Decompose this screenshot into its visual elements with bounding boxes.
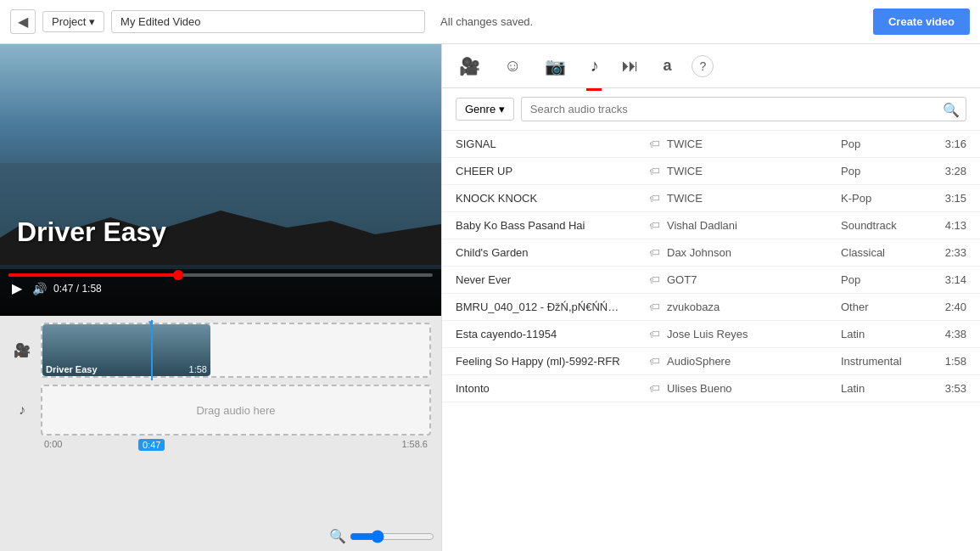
video-preview: Driver Easy ▶ 🔊 0:47 / 1:5 xyxy=(0,44,441,316)
audio-track-area[interactable]: Drag audio here xyxy=(41,385,431,436)
track-favorite-icon[interactable]: 🏷 xyxy=(649,192,660,205)
track-name: Child's Garden xyxy=(456,246,642,259)
track-genre: Classical xyxy=(841,246,926,259)
track-name: Intonto xyxy=(456,382,642,395)
audio-track-row: ♪ Drag audio here xyxy=(10,385,431,436)
clip-duration: 1:58 xyxy=(189,364,207,374)
track-artist: AudioSphere xyxy=(667,355,834,368)
track-list: SIGNAL🏷TWICEPop3:16CHEER UP🏷TWICEPop3:28… xyxy=(442,131,980,551)
track-row[interactable]: Child's Garden🏷Dax JohnsonClassical2:33 xyxy=(442,239,980,267)
toolbar-camera-icon[interactable]: 📷 xyxy=(541,53,569,80)
track-genre: Instrumental xyxy=(841,355,926,368)
track-name: KNOCK KNOCK xyxy=(456,192,642,205)
time-current: 0:47 xyxy=(53,283,73,295)
track-genre: Latin xyxy=(841,382,926,395)
track-genre: Pop xyxy=(841,138,926,150)
zoom-slider[interactable] xyxy=(350,530,434,543)
track-artist: Dax Johnson xyxy=(667,246,834,259)
video-track-row: 🎥 Driver Easy 1:58 xyxy=(10,323,431,378)
track-row[interactable]: Esta cayendo-11954🏷Jose Luis ReyesLatin4… xyxy=(442,321,980,348)
track-row[interactable]: Intonto🏷Ulises BuenoLatin3:53 xyxy=(442,375,980,402)
toolbar-emoji-icon[interactable]: ☺ xyxy=(501,53,524,79)
timeline-ruler: 0:00 0:47 1:58.6 xyxy=(41,439,431,449)
track-name: Feeling So Happy (ml)-5992-RFR xyxy=(456,355,642,368)
play-button[interactable]: ▶ xyxy=(8,280,25,296)
track-name: Baby Ko Bass Pasand Hai xyxy=(456,219,642,232)
video-clip[interactable]: Driver Easy 1:58 xyxy=(42,324,210,376)
track-artist: Jose Luis Reyes xyxy=(667,328,834,340)
track-duration: 3:28 xyxy=(932,165,966,177)
track-favorite-icon[interactable]: 🏷 xyxy=(649,246,660,259)
video-title-overlay: Driver Easy xyxy=(17,216,166,248)
track-favorite-icon[interactable]: 🏷 xyxy=(649,301,660,313)
track-favorite-icon[interactable]: 🏷 xyxy=(649,355,660,368)
track-row[interactable]: Feeling So Happy (ml)-5992-RFR🏷AudioSphe… xyxy=(442,348,980,375)
track-artist: TWICE xyxy=(667,138,834,150)
toolbar-skip-icon[interactable]: ⏭ xyxy=(619,53,642,79)
toolbar-video-icon[interactable]: 🎥 xyxy=(456,53,484,80)
toolbar-help-icon[interactable]: ? xyxy=(692,55,714,77)
timeline: 🎥 Driver Easy 1:58 ♪ Drag audio here xyxy=(0,316,441,551)
track-genre: Pop xyxy=(841,165,926,177)
track-name: Never Ever xyxy=(456,273,642,286)
track-genre: K-Pop xyxy=(841,192,926,205)
track-favorite-icon[interactable]: 🏷 xyxy=(649,273,660,286)
search-icon-button[interactable]: 🔍 xyxy=(943,101,960,117)
progress-fill xyxy=(8,273,178,277)
ruler-start: 0:00 xyxy=(44,439,62,449)
zoom-control: 🔍 xyxy=(329,528,434,544)
video-track-area[interactable]: Driver Easy 1:58 xyxy=(41,323,431,378)
video-controls: ▶ 🔊 0:47 / 1:58 xyxy=(0,269,441,316)
track-name: SIGNAL xyxy=(456,138,642,150)
track-row[interactable]: BMRU_040_012 - ĐžŃ,рŃ€ŃŃ…🏷zvukobazaOther… xyxy=(442,294,980,321)
track-favorite-icon[interactable]: 🏷 xyxy=(649,219,660,232)
search-icon: 🔍 xyxy=(943,102,960,116)
track-favorite-icon[interactable]: 🏷 xyxy=(649,328,660,340)
track-duration: 4:13 xyxy=(932,219,966,232)
project-label: Project ▾ xyxy=(52,15,95,28)
right-panel: 🎥 ☺ 📷 ♪ ⏭ a ? Genre ▾ 🔍 SIGNAL🏷TWICEPop3… xyxy=(441,44,980,551)
back-button[interactable]: ◀ xyxy=(10,9,36,34)
track-duration: 2:33 xyxy=(932,246,966,259)
track-favorite-icon[interactable]: 🏷 xyxy=(649,382,660,395)
video-track-icon: 🎥 xyxy=(10,339,34,363)
track-duration: 3:14 xyxy=(932,273,966,286)
track-row[interactable]: Never Ever🏷GOT7Pop3:14 xyxy=(442,267,980,294)
back-icon: ◀ xyxy=(18,14,28,29)
toolbar-music-icon[interactable]: ♪ xyxy=(586,53,602,79)
progress-bar[interactable] xyxy=(8,273,433,277)
zoom-icon: 🔍 xyxy=(329,528,346,544)
track-row[interactable]: CHEER UP🏷TWICEPop3:28 xyxy=(442,158,980,185)
track-name: CHEER UP xyxy=(456,165,642,177)
genre-button[interactable]: Genre ▾ xyxy=(456,98,514,121)
controls-row: ▶ 🔊 0:47 / 1:58 xyxy=(8,280,433,296)
ruler-end: 1:58.6 xyxy=(401,439,428,449)
drag-audio-label: Drag audio here xyxy=(196,404,275,417)
track-row[interactable]: KNOCK KNOCK🏷TWICEK-Pop3:15 xyxy=(442,185,980,212)
create-video-button[interactable]: Create video xyxy=(873,8,970,35)
video-title-input[interactable] xyxy=(111,10,425,33)
track-genre: Soundtrack xyxy=(841,219,926,232)
track-artist: TWICE xyxy=(667,165,834,177)
track-favorite-icon[interactable]: 🏷 xyxy=(649,165,660,177)
current-time-badge: 0:47 xyxy=(138,439,165,451)
toolbar-text-icon[interactable]: a xyxy=(659,53,675,78)
main-layout: Driver Easy ▶ 🔊 0:47 / 1:5 xyxy=(0,44,980,551)
track-row[interactable]: Baby Ko Bass Pasand Hai🏷Vishal DadlaniSo… xyxy=(442,212,980,239)
track-favorite-icon[interactable]: 🏷 xyxy=(649,138,660,150)
volume-button[interactable]: 🔊 xyxy=(32,282,47,295)
track-genre: Pop xyxy=(841,273,926,286)
track-genre: Other xyxy=(841,301,926,313)
track-row[interactable]: SIGNAL🏷TWICEPop3:16 xyxy=(442,131,980,158)
time-total: 1:58 xyxy=(81,283,101,295)
timeline-tracks: 🎥 Driver Easy 1:58 ♪ Drag audio here xyxy=(10,323,431,436)
track-duration: 2:40 xyxy=(932,301,966,313)
track-artist: zvukobaza xyxy=(667,301,834,313)
volume-icon: 🔊 xyxy=(32,282,47,295)
project-dropdown[interactable]: Project ▾ xyxy=(42,11,104,32)
track-name: Esta cayendo-11954 xyxy=(456,328,642,340)
track-duration: 4:38 xyxy=(932,328,966,340)
search-input[interactable] xyxy=(521,97,966,121)
track-duration: 3:16 xyxy=(932,138,966,150)
track-duration: 3:53 xyxy=(932,382,966,395)
